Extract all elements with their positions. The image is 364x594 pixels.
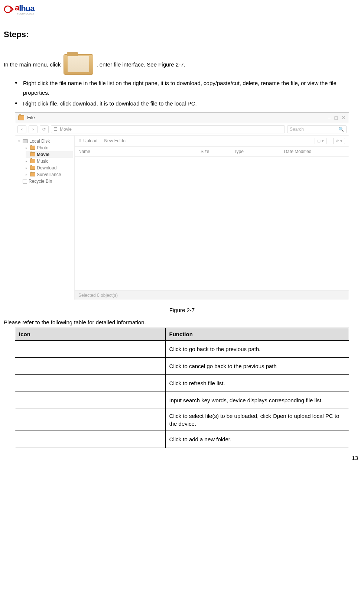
folder-icon [30,166,35,170]
logo-subtext: TECHNOLOGY [17,13,35,15]
disk-icon [23,139,28,143]
function-table: Icon Function Click to go back to the pr… [15,328,349,448]
column-headers: Name Size Type Date Modified [75,147,349,157]
path-bar[interactable]: ☰ Movie [51,125,285,133]
tree-recycle-bin[interactable]: Recycle Bin [18,178,73,185]
icon-cell [15,409,166,431]
intro-line: In the main menu, click , enter file int… [4,54,360,75]
logo-text: alhua [15,4,34,13]
func-cell: Click to add a new folder. [165,431,349,448]
maximize-icon[interactable]: □ [335,115,338,121]
back-button[interactable]: ‹ [17,125,26,133]
sidebar-tree: ▾Local Disk ▸Photo Movie ▸Music ▸Downloa… [15,136,75,300]
close-icon[interactable]: ✕ [341,115,346,121]
tree-item-music[interactable]: ▸Music [26,158,73,165]
func-cell: Click to select file(s) to be uploaded, … [165,409,349,431]
th-icon: Icon [15,328,166,340]
tree-item-surveillance[interactable]: ▸Surveillance [26,171,73,178]
minimize-icon[interactable]: − [328,115,331,121]
intro-post: , enter file interface. See Figure 2-7. [96,60,185,69]
new-folder-button[interactable]: New Folder [104,138,127,143]
forward-button[interactable]: › [29,125,38,133]
folder-icon [30,172,35,176]
col-size[interactable]: Size [201,149,234,154]
steps-heading: Steps: [4,30,360,39]
func-cell: Click to cancel go back to the previous … [165,357,349,374]
folder-icon [30,152,35,156]
refresh-button[interactable]: ⟳ [40,125,49,133]
titlebar: File − □ ✕ [15,113,349,123]
func-cell: Input search key words, device displays … [165,392,349,409]
col-type[interactable]: Type [234,149,284,154]
app-folder-icon [18,115,24,120]
tree-item-movie[interactable]: Movie [26,151,73,158]
folder-app-icon [64,54,93,75]
icon-cell [15,374,166,392]
bullet-item: Right click the file name in the file li… [15,78,360,97]
nav-toolbar: ‹ › ⟳ ☰ Movie Search 🔍 [15,123,349,136]
file-list-empty [75,157,349,290]
view-more-button[interactable]: ⟳ ▾ [333,138,345,144]
icon-cell [15,357,166,374]
intro-pre: In the main menu, click [4,60,61,69]
window-title: File [27,115,325,120]
func-cell: Click to refresh file list. [165,374,349,392]
page-header: alhua TECHNOLOGY [4,4,360,15]
table-intro: Please refer to the following table for … [4,319,360,325]
recycle-bin-icon [23,179,27,184]
icon-cell [15,340,166,357]
brand-logo: alhua TECHNOLOGY [4,4,360,15]
th-function: Function [165,328,349,340]
folder-icon [30,146,35,150]
bullet-list: Right click the file name in the file li… [4,78,360,108]
path-value: Movie [60,127,72,132]
action-row: ⇧ Upload New Folder ⊞ ▾ ⟳ ▾ [75,136,349,147]
logo-mark-icon [4,5,14,13]
main-pane: ⇧ Upload New Folder ⊞ ▾ ⟳ ▾ Name Size Ty… [75,136,349,300]
search-icon: 🔍 [338,127,344,132]
bullet-item: Right click file, click download, it is … [15,99,360,108]
status-bar: Selected 0 object(s) [75,290,349,300]
col-date[interactable]: Date Modified [284,149,345,154]
folder-icon [30,159,35,163]
view-grid-button[interactable]: ⊞ ▾ [315,138,326,144]
upload-button[interactable]: ⇧ Upload [78,138,97,143]
figure-caption: Figure 2-7 [4,307,360,313]
search-placeholder: Search [290,127,304,132]
col-name[interactable]: Name [78,149,201,154]
tree-root[interactable]: ▾Local Disk [18,138,73,145]
tree-item-download[interactable]: ▸Download [26,165,73,171]
func-cell: Click to go back to the previous path. [165,340,349,357]
hamburger-icon: ☰ [53,127,58,132]
icon-cell [15,392,166,409]
icon-cell [15,431,166,448]
file-app-window: File − □ ✕ ‹ › ⟳ ☰ Movie Search 🔍 ▾Local… [15,112,349,300]
search-input[interactable]: Search 🔍 [287,125,347,133]
tree-item-photo[interactable]: ▸Photo [26,145,73,151]
page-number: 13 [4,455,360,461]
